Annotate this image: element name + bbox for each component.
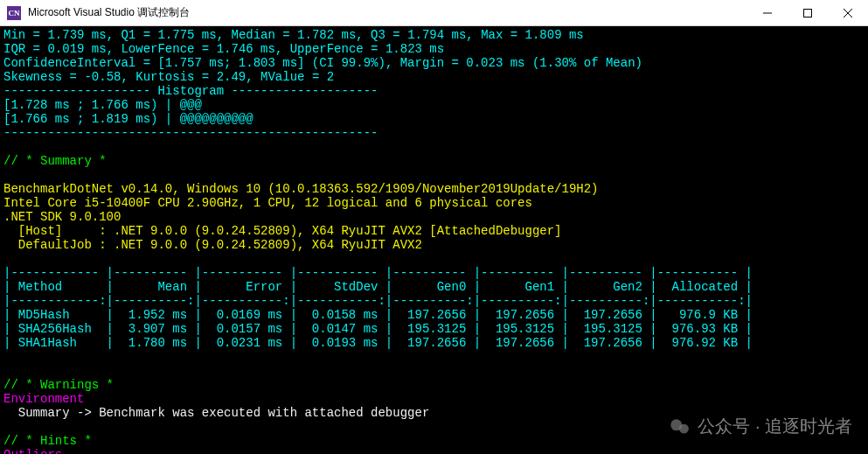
histogram-footer: ----------------------------------------… [3,126,378,140]
summary-env: DefaultJob : .NET 9.0.0 (9.0.24.52809), … [3,238,422,252]
close-button[interactable] [828,0,868,25]
stat-line: IQR = 0.019 ms, LowerFence = 1.746 ms, U… [3,42,444,56]
maximize-button[interactable] [788,0,828,25]
hints-label: Outliers [3,448,62,454]
minimize-button[interactable] [747,0,788,25]
histogram-header: -------------------- Histogram ---------… [3,84,378,98]
summary-env: BenchmarkDotNet v0.14.0, Windows 10 (10.… [3,182,599,196]
warnings-header: // * Warnings * [3,378,114,392]
stat-line: Min = 1.739 ms, Q1 = 1.775 ms, Median = … [3,28,584,42]
app-icon: CN [7,6,21,20]
stat-line: ConfidenceInterval = [1.757 ms; 1.803 ms… [3,56,642,70]
summary-header: // * Summary * [3,154,107,168]
results-table: |------------ |---------- |----------- |… [3,266,753,350]
warnings-label: Environment [3,392,84,406]
summary-env: .NET SDK 9.0.100 [3,210,121,224]
svg-rect-1 [804,9,812,17]
histogram-row: [1.728 ms ; 1.766 ms) | @@@ [3,98,202,112]
summary-env: [Host] : .NET 9.0.0 (9.0.24.52809), X64 … [3,224,562,238]
histogram-row: [1.766 ms ; 1.819 ms) | @@@@@@@@@@ [3,112,253,126]
stat-line: Skewness = -0.58, Kurtosis = 2.49, MValu… [3,70,334,84]
titlebar: CN Microsoft Visual Studio 调试控制台 [0,0,868,26]
summary-env: Intel Core i5-10400F CPU 2.90GHz, 1 CPU,… [3,196,532,210]
warnings-line: Summary -> Benchmark was executed with a… [3,406,429,420]
console-output[interactable]: Min = 1.739 ms, Q1 = 1.775 ms, Median = … [0,26,868,454]
window-title: Microsoft Visual Studio 调试控制台 [28,5,747,20]
window-controls [747,0,868,25]
hints-header: // * Hints * [3,434,92,448]
